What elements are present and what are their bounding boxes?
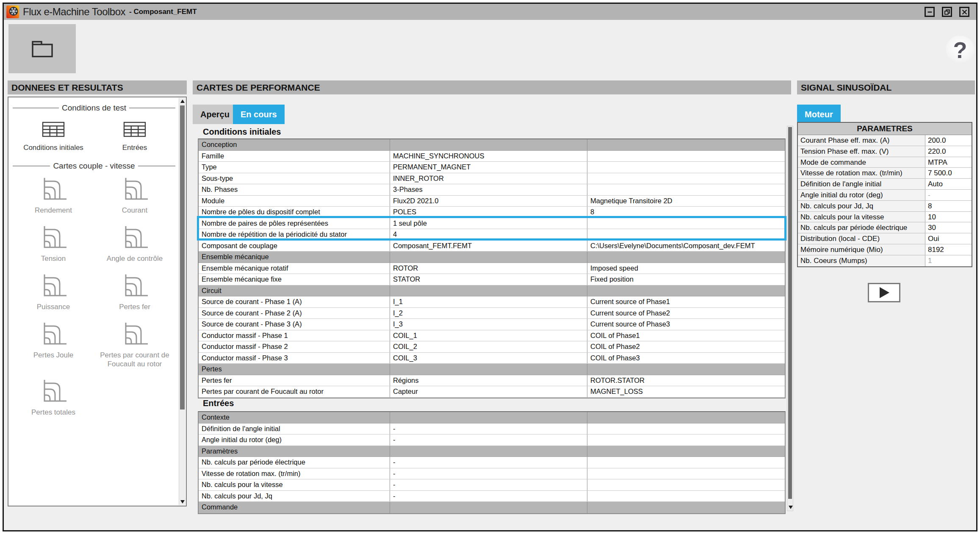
titlebar: Flux e-Machine Toolbox - Composant_FEMT xyxy=(4,4,976,20)
icon-grid: Conditions initialesEntrées xyxy=(13,119,175,152)
close-icon[interactable] xyxy=(959,7,969,17)
help-icon[interactable]: ? xyxy=(946,36,974,64)
table-cell-c2: Capteur xyxy=(390,386,587,397)
parameter-value[interactable]: 220.0 xyxy=(925,146,972,157)
parameter-row: Distribution (local - CDE)Oui xyxy=(798,233,972,244)
center-scrollbar[interactable] xyxy=(787,126,793,511)
table-cell-c3 xyxy=(587,491,785,502)
table-cell-c2: 1 seul pôle xyxy=(390,218,587,229)
table-row: Ensemble mécanique rotatifROTORImposed s… xyxy=(199,263,785,274)
parameter-value[interactable]: 30 xyxy=(925,222,972,233)
parameter-label: Mémoire numérique (Mio) xyxy=(798,244,925,255)
app-logo-icon xyxy=(6,6,19,18)
parameter-value[interactable]: 1 xyxy=(925,255,972,266)
parameter-value[interactable]: - xyxy=(925,190,972,200)
map-card[interactable]: Pertes Joule xyxy=(33,322,74,368)
table-cell-c2: STATOR xyxy=(390,274,587,285)
parameter-row: Nb. calculs pour Jd, Jq8 xyxy=(798,201,972,212)
parameter-value[interactable]: MTPA xyxy=(925,157,972,168)
table-row: Vitesse de rotation max. (tr/min)- xyxy=(199,468,785,480)
table-cell-c3 xyxy=(587,162,785,173)
map-icon xyxy=(121,226,148,250)
table-icon xyxy=(41,119,66,139)
table-icon xyxy=(122,119,147,139)
table-section-row: Contexte xyxy=(199,412,785,423)
left-scrollbar[interactable] xyxy=(179,98,185,505)
parameter-label: Angle initial du rotor (deg) xyxy=(798,190,925,200)
table-cell-c2: POLES xyxy=(390,207,587,218)
restore-button[interactable] xyxy=(942,7,952,17)
parameter-value[interactable]: 7 500.0 xyxy=(925,168,972,178)
table-row: Définition de l'angle initial- xyxy=(199,423,785,435)
table-cell-c1: Source de courant - Phase 3 (A) xyxy=(199,319,390,330)
table-cell-c2 xyxy=(390,139,587,150)
table-cell-c3 xyxy=(587,184,785,195)
map-card[interactable]: Puissance xyxy=(37,274,70,311)
map-card[interactable]: Pertes par courant de Foucault au rotor xyxy=(94,322,175,368)
table-cell-c2: MACHINE_SYNCHRONOUS xyxy=(390,151,587,162)
table-cell-c3: COIL of Phase2 xyxy=(587,341,785,352)
table-cell-c2: ROTOR xyxy=(390,263,587,274)
map-card[interactable]: Pertes totales xyxy=(31,379,75,417)
map-card[interactable]: Pertes fer xyxy=(119,274,150,311)
table-cell-c1: Pertes xyxy=(199,364,390,375)
minimize-button[interactable] xyxy=(925,7,935,17)
table-cell-c2: - xyxy=(390,479,587,490)
parameter-value[interactable]: 8192 xyxy=(925,244,972,255)
tab-apercu[interactable]: Aperçu xyxy=(193,105,237,124)
test-card[interactable]: Conditions initiales xyxy=(23,119,83,152)
scroll-up-icon[interactable] xyxy=(180,100,185,103)
table-row: Pertes par courant de Foucault au rotorC… xyxy=(199,386,785,398)
table-cell-c2: 3-Phases xyxy=(390,184,587,195)
table-cell-c2: Composant_FEMT.FEMT xyxy=(390,241,587,252)
table-row: Nb. Phases3-Phases xyxy=(199,184,785,196)
left-scrollbar-thumb[interactable] xyxy=(180,105,185,409)
parameter-value[interactable]: Auto xyxy=(925,179,972,189)
map-card[interactable]: Angle de contrôle xyxy=(107,226,163,263)
test-card[interactable]: Entrées xyxy=(122,119,147,152)
tab-moteur[interactable]: Moteur xyxy=(797,105,841,124)
parameter-value[interactable]: 200.0 xyxy=(925,135,972,146)
table-cell-c1: Source de courant - Phase 2 (A) xyxy=(199,308,390,319)
parameter-label: Nb. Coeurs (Mumps) xyxy=(798,255,925,266)
map-card[interactable]: Courant xyxy=(121,177,148,215)
table-cell-c3 xyxy=(587,502,785,513)
tab-en-cours[interactable]: En cours xyxy=(233,105,285,124)
map-icon xyxy=(121,274,148,299)
parameter-value[interactable]: 10 xyxy=(925,212,972,222)
scroll-down-icon[interactable] xyxy=(789,506,793,509)
table-cell-c1: Commande xyxy=(199,502,390,513)
table-cell-c3 xyxy=(587,434,785,445)
parameter-row: Angle initial du rotor (deg)- xyxy=(798,190,972,201)
legend-line xyxy=(13,166,50,166)
parameter-row: Nb. Coeurs (Mumps)1 xyxy=(798,255,972,266)
table-cell-c1: Pertes par courant de Foucault au rotor xyxy=(199,386,390,397)
table-cell-c3: 8 xyxy=(587,207,785,218)
table-cell-c1: Conductor massif - Phase 2 xyxy=(199,341,390,352)
center-scrollbar-thumb[interactable] xyxy=(788,127,792,499)
parameter-value[interactable]: 8 xyxy=(925,201,972,211)
table-cell-c3 xyxy=(587,364,785,375)
card-label: Angle de contrôle xyxy=(107,254,163,263)
parameter-value[interactable]: Oui xyxy=(925,233,972,244)
table-cell-c2: - xyxy=(390,491,587,502)
table-cell-c2: Flux2D 2021.0 xyxy=(390,196,587,207)
parameter-row: Mode de commandeMTPA xyxy=(798,157,972,168)
table-cell-c3: Current source of Phase3 xyxy=(587,319,785,330)
run-button[interactable] xyxy=(868,283,900,302)
section-title-conditions-initiales: Conditions initiales xyxy=(203,127,281,137)
table-cell-c2: PERMANENT_MAGNET xyxy=(390,162,587,173)
table-cell-c3 xyxy=(587,423,785,434)
table-row: ModuleFlux2D 2021.0Magnetique Transitoir… xyxy=(199,196,785,207)
table-cell-c3 xyxy=(587,446,785,457)
parameter-label: Nb. calculs pour Jd, Jq xyxy=(798,201,925,211)
window-title: Flux e-Machine Toolbox xyxy=(23,6,125,18)
table-row: Ensemble mécanique fixeSTATORFixed posit… xyxy=(199,274,785,285)
open-project-button[interactable] xyxy=(8,24,76,73)
map-card[interactable]: Tension xyxy=(40,226,67,263)
scroll-down-icon[interactable] xyxy=(180,500,185,504)
parameters-table-header: PARAMETRES xyxy=(798,123,972,135)
entrees-table: ContexteDéfinition de l'angle initial-An… xyxy=(198,411,786,514)
map-card[interactable]: Rendement xyxy=(35,177,72,215)
table-cell-c3 xyxy=(587,412,785,423)
